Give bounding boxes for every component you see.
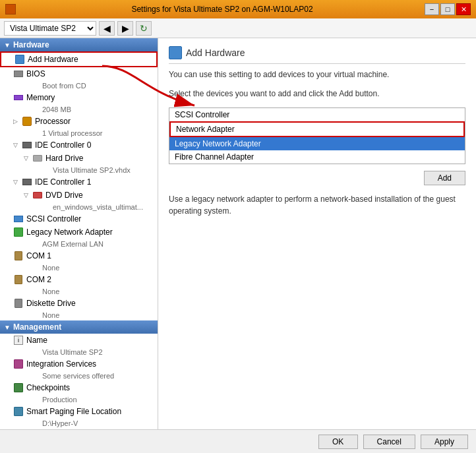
ide1-icon: [22, 177, 32, 187]
paging-label: Smart Paging File Location: [26, 407, 121, 416]
sidebar-item-memory-sub: 2048 MB: [0, 104, 158, 115]
panel-title: Add Hardware: [186, 47, 245, 58]
paging-sub-label: D:\Hyper-V: [24, 419, 78, 427]
vm-selector[interactable]: Vista Ultimate SP2: [4, 21, 96, 36]
processor-label: Processor: [35, 117, 71, 126]
sidebar-item-diskette-sub: None: [0, 310, 158, 320]
com2-icon: [13, 274, 24, 285]
forward-button[interactable]: ▶: [117, 21, 133, 36]
add-btn-row: Add: [169, 171, 465, 185]
checkpoints-sub-label: Production: [24, 396, 77, 404]
diskette-sub-label: None: [24, 311, 59, 319]
panel-desc2: Select the devices you want to add and c…: [169, 88, 465, 100]
sidebar-item-legacy-sub: AGM External LAN: [0, 239, 158, 249]
sidebar-item-paging-sub: D:\Hyper-V: [0, 418, 158, 429]
hardware-section-header: ▼ Hardware: [0, 38, 158, 51]
sidebar-item-com1-sub: None: [0, 262, 158, 273]
right-panel: Add Hardware You can use this setting to…: [158, 38, 476, 429]
ide1-label: IDE Controller 1: [35, 177, 91, 187]
bios-label: BIOS: [26, 69, 45, 78]
sidebar-item-bios-sub: Boot from CD: [0, 80, 158, 91]
sidebar-item-com2[interactable]: COM 2: [0, 273, 158, 286]
right-content: Add Hardware You can use this setting to…: [158, 38, 476, 225]
memory-label: Memory: [26, 93, 55, 102]
sidebar-item-scsi[interactable]: SCSI Controller: [0, 212, 158, 226]
sidebar-item-ide1[interactable]: ▽ IDE Controller 1: [0, 175, 158, 189]
apply-button[interactable]: Apply: [421, 435, 468, 449]
dvd-expand[interactable]: ▽: [24, 192, 28, 198]
sidebar-item-checkpoints[interactable]: Checkpoints: [0, 381, 158, 394]
sidebar-item-memory[interactable]: Memory: [0, 91, 158, 104]
sidebar-item-processor[interactable]: ▷ Processor: [0, 115, 158, 128]
legacy-network-label: Legacy Network Adapter: [26, 227, 113, 237]
processor-sub-label: 1 Virtual processor: [24, 129, 103, 137]
app-icon: [5, 4, 16, 15]
scsi-icon: [13, 214, 24, 224]
sidebar-item-dvd-sub: en_windows_vista_ultimat...: [0, 202, 158, 212]
paging-icon: [13, 406, 24, 417]
add-hardware-label: Add Hardware: [28, 55, 78, 64]
sidebar-item-diskette[interactable]: Diskette Drive: [0, 297, 158, 310]
sidebar-item-legacy-network[interactable]: Legacy Network Adapter: [0, 226, 158, 239]
com1-label: COM 1: [26, 251, 51, 260]
sidebar-item-ide0[interactable]: ▽ IDE Controller 0: [0, 138, 158, 152]
processor-icon: [22, 116, 32, 127]
hdd-label: Hard Drive: [45, 154, 83, 163]
refresh-button[interactable]: ↻: [136, 21, 152, 36]
dvd-sub-label: en_windows_vista_ultimat...: [34, 203, 143, 211]
ide0-expand[interactable]: ▽: [13, 142, 18, 148]
maximize-button[interactable]: □: [440, 3, 455, 15]
management-collapse-arrow[interactable]: ▼: [4, 324, 11, 331]
name-label: Name: [26, 336, 47, 345]
cancel-button[interactable]: Cancel: [363, 435, 415, 449]
close-button[interactable]: ✕: [456, 3, 471, 15]
sidebar-item-harddrive[interactable]: ▽ Hard Drive: [0, 152, 158, 165]
device-list: SCSI Controller Network Adapter Legacy N…: [169, 107, 465, 164]
device-scsi[interactable]: SCSI Controller: [169, 108, 465, 121]
sidebar-item-name[interactable]: i Name: [0, 334, 158, 347]
legacy-sub-label: AGM External LAN: [24, 240, 104, 248]
bios-sub-label: Boot from CD: [24, 82, 86, 90]
window-controls: − □ ✕: [425, 3, 471, 15]
ide1-expand[interactable]: ▽: [13, 179, 18, 185]
sidebar-item-paging[interactable]: Smart Paging File Location: [0, 405, 158, 418]
window-title: Settings for Vista Ultimate SP2 on AGM-W…: [20, 5, 425, 14]
ide0-label: IDE Controller 0: [35, 140, 91, 150]
name-sub-label: Vista Ultimate SP2: [24, 348, 103, 356]
back-button[interactable]: ◀: [99, 21, 115, 36]
left-panel: ▼ Hardware Add Hardware BIOS Boot from C…: [0, 38, 158, 429]
sidebar-item-add-hardware[interactable]: Add Hardware: [0, 51, 158, 67]
main-window: Settings for Vista Ultimate SP2 on AGM-W…: [0, 0, 476, 453]
com1-icon: [13, 251, 24, 261]
processor-expand[interactable]: ▷: [13, 118, 18, 125]
minimize-button[interactable]: −: [425, 3, 439, 15]
nav-bar: Vista Ultimate SP2 ◀ ▶ ↻: [0, 18, 476, 38]
add-hardware-icon: [15, 54, 25, 65]
device-network[interactable]: Network Adapter: [169, 121, 465, 137]
hardware-collapse-arrow[interactable]: ▼: [4, 42, 11, 49]
hdd-expand[interactable]: ▽: [24, 155, 28, 162]
integration-sub-label: Some services offered: [24, 372, 114, 380]
sidebar-item-hdd-sub: Vista Ultimate SP2.vhdx: [0, 165, 158, 175]
hardware-section-label: Hardware: [13, 40, 49, 49]
com2-label: COM 2: [26, 275, 51, 284]
dvd-label: DVD Drive: [45, 191, 83, 200]
ok-button[interactable]: OK: [318, 435, 358, 449]
sidebar-item-autostart[interactable]: Automatic Start Action: [0, 429, 158, 429]
add-button[interactable]: Add: [424, 171, 465, 185]
sidebar-item-com1[interactable]: COM 1: [0, 249, 158, 262]
panel-title-row: Add Hardware: [169, 46, 465, 64]
device-fibre[interactable]: Fibre Channel Adapter: [169, 150, 465, 164]
hdd-icon: [32, 153, 43, 164]
sidebar-item-dvd[interactable]: ▽ DVD Drive: [0, 189, 158, 202]
management-section-header: ▼ Management: [0, 320, 158, 334]
sidebar-item-bios[interactable]: BIOS: [0, 67, 158, 80]
hdd-sub-label: Vista Ultimate SP2.vhdx: [34, 166, 131, 174]
integration-label: Integration Services: [26, 359, 96, 369]
device-legacy-network[interactable]: Legacy Network Adapter: [169, 137, 465, 150]
memory-sub-label: 2048 MB: [24, 106, 71, 113]
scsi-label: SCSI Controller: [26, 214, 81, 224]
panel-desc1: You can use this setting to add devices …: [169, 69, 465, 80]
sidebar-item-name-sub: Vista Ultimate SP2: [0, 347, 158, 357]
sidebar-item-integration[interactable]: Integration Services: [0, 357, 158, 371]
